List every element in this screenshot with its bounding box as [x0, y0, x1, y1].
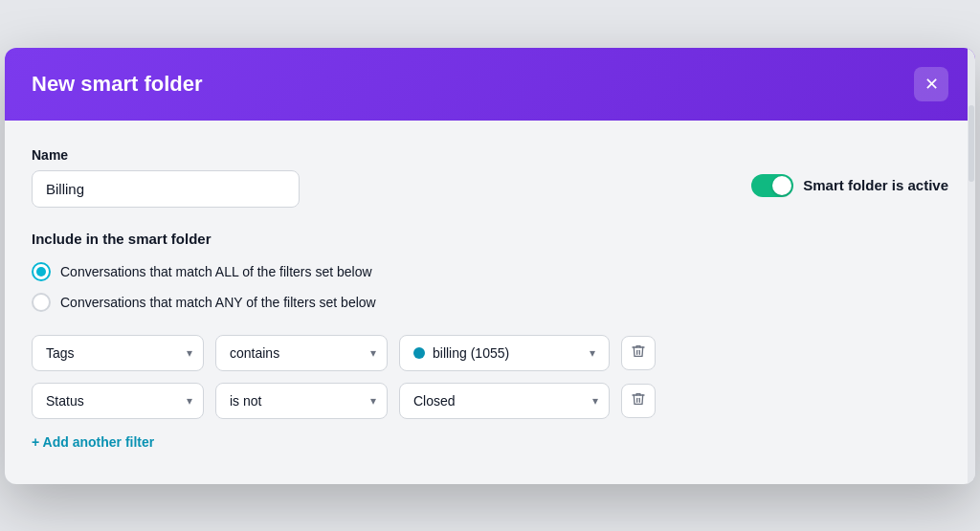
filter-row-2: Status ▾ is not ▾ Closed ▾ [32, 383, 948, 419]
new-smart-folder-modal: New smart folder ✕ Name Smart folder is … [5, 48, 975, 484]
radio-all-circle [32, 262, 51, 281]
filter-2-value-select[interactable]: Closed [399, 383, 610, 419]
modal-header: New smart folder ✕ [5, 48, 975, 121]
chevron-down-icon: ▾ [590, 346, 595, 360]
filter-1-type-select[interactable]: Tags [32, 335, 204, 371]
close-icon: ✕ [924, 74, 939, 95]
toggle-label: Smart folder is active [803, 177, 948, 193]
radio-any-circle [32, 293, 51, 312]
modal-title: New smart folder [32, 72, 203, 97]
add-filter-label: + Add another filter [32, 434, 154, 450]
scrollbar-thumb [969, 105, 974, 182]
radio-group: Conversations that match ALL of the filt… [32, 262, 948, 312]
toggle-knob [772, 176, 791, 195]
radio-all-label: Conversations that match ALL of the filt… [60, 264, 372, 279]
tag-color-dot [413, 347, 425, 359]
filter-2-value-wrapper: Closed ▾ [399, 383, 610, 419]
filter-1-type-wrapper: Tags ▾ [32, 335, 204, 371]
filter-2-condition-wrapper: is not ▾ [215, 383, 388, 419]
name-label: Name [32, 147, 751, 163]
radio-any-label: Conversations that match ANY of the filt… [60, 295, 376, 310]
filter-1-value-text: billing (1055) [433, 345, 582, 361]
filter-1-value-select[interactable]: billing (1055) ▾ [399, 335, 610, 371]
filter-1-value-wrapper[interactable]: billing (1055) ▾ [399, 335, 610, 371]
include-section-title: Include in the smart folder [32, 231, 948, 247]
trash-icon [631, 343, 646, 362]
name-input[interactable] [32, 170, 300, 208]
filter-1-delete-button[interactable] [621, 336, 656, 370]
add-filter-button[interactable]: + Add another filter [32, 431, 154, 454]
modal-body: Name Smart folder is active Include in t… [5, 121, 975, 484]
name-section: Name [32, 147, 751, 208]
toggle-section: Smart folder is active [751, 147, 948, 197]
filter-2-delete-button[interactable] [621, 384, 656, 418]
filter-2-condition-select[interactable]: is not [215, 383, 388, 419]
filter-row-1: Tags ▾ contains ▾ billing (1055) ▾ [32, 335, 948, 371]
filter-2-type-wrapper: Status ▾ [32, 383, 204, 419]
filter-1-condition-select[interactable]: contains [215, 335, 388, 371]
active-toggle[interactable] [751, 174, 793, 197]
trash-icon [631, 391, 646, 409]
filter-2-type-select[interactable]: Status [32, 383, 204, 419]
close-button[interactable]: ✕ [914, 67, 948, 101]
radio-item-any[interactable]: Conversations that match ANY of the filt… [32, 293, 948, 312]
radio-item-all[interactable]: Conversations that match ALL of the filt… [32, 262, 948, 281]
name-toggle-row: Name Smart folder is active [32, 147, 948, 208]
scrollbar-track[interactable] [968, 48, 975, 484]
filter-1-condition-wrapper: contains ▾ [215, 335, 388, 371]
